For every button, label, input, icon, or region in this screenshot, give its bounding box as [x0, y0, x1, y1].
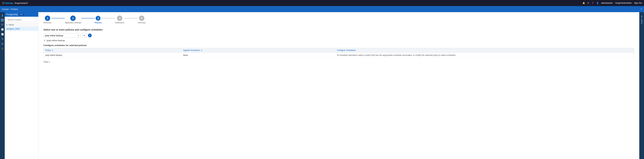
col-configure-header: Configure Schedules: [335, 48, 634, 53]
step-1: 1 Resource: [44, 16, 52, 24]
topbar-left: ⬛ NetApp SnapCenter®: [2, 2, 28, 5]
list-header: ⇅ Name: [5, 23, 38, 27]
selected-policy-row: ✔ psql online backup: [44, 39, 634, 42]
help-icon[interactable]: ❓: [592, 2, 594, 4]
cell-policy-name: psql online backup: [44, 53, 182, 58]
step-5-label: Summary: [138, 22, 146, 24]
step-4-label: Notification: [115, 22, 124, 24]
cell-applied-schedules: None: [182, 53, 335, 58]
step-4: 4 Notification: [115, 16, 124, 24]
breadcrumb: Cluster - Protect: [2, 8, 639, 11]
step-5: 5 Summary: [138, 16, 146, 24]
add-policy-button[interactable]: +: [82, 33, 86, 38]
main-layout: ❯ 🛡 📊 📈 🔧 ☰ ⚠ PostgreSQL PG ⇅ Name post: [0, 12, 644, 159]
step-connector-1-2: [52, 18, 65, 18]
schedules-sort-icon: ⇅: [201, 50, 202, 51]
policy-selector: psql online backup + i: [44, 33, 634, 38]
policy-dropdown-wrap: psql online backup: [44, 33, 80, 38]
db-label: PostgreSQL: [6, 13, 18, 16]
nav-shield-icon[interactable]: 🛡: [0, 23, 4, 27]
subbar: Cluster - Protect ×: [0, 6, 644, 12]
step-5-circle: 5: [139, 16, 144, 21]
list-column-name: Name: [8, 24, 14, 26]
step-3: 3 Policies: [95, 16, 102, 24]
details-label: Details: [641, 19, 643, 24]
topbar-right: 🔔 ✉ ❓ 👤 administrator SnapCenterAdmin Si…: [582, 2, 642, 4]
nav-chart-icon[interactable]: 📊: [0, 28, 4, 31]
search-box: [5, 17, 38, 23]
details-info-icon: ℹ: [641, 15, 642, 18]
check-icon: ✔: [44, 39, 46, 42]
step-3-circle: 3: [95, 16, 101, 21]
main-content: 1 Resource 2 Application Settings 3 Poli…: [38, 12, 639, 159]
step-2: 2 Application Settings: [65, 16, 81, 24]
netapp-logo: ⬛ NetApp: [2, 2, 13, 5]
col-schedules-header[interactable]: Applied Schedules ⇅: [182, 48, 335, 53]
signout-link[interactable]: Sign Out: [634, 2, 642, 4]
wizard-steps: 1 Resource 2 Application Settings 3 Poli…: [44, 16, 634, 24]
left-panel: PostgreSQL PG ⇅ Name postgres_5432: [5, 12, 38, 159]
step-1-circle: 1: [45, 16, 50, 21]
selected-policy-label: psql online backup: [47, 39, 65, 42]
app-name: SnapCenter®: [14, 2, 28, 5]
user-icon: 👤: [596, 2, 599, 4]
pg-tag[interactable]: PG: [20, 13, 24, 16]
left-panel-header: PostgreSQL PG: [5, 12, 38, 17]
configure-title: Configure schedules for selected policie…: [44, 44, 634, 47]
step-2-circle: 2: [70, 16, 76, 21]
policy-table: Policy ⇅ Applied Schedules ⇅ Configure S…: [44, 48, 634, 58]
username[interactable]: administrator: [601, 2, 613, 4]
mail-icon[interactable]: ✉: [588, 2, 589, 4]
table-row: psql online backup None To schedule oper…: [44, 53, 634, 58]
nav-bar-chart-icon[interactable]: 📈: [0, 32, 4, 36]
nav-tools-icon[interactable]: 🔧: [0, 37, 4, 41]
step-3-label: Policies: [95, 22, 102, 24]
search-input[interactable]: [6, 18, 37, 22]
nav-alert-icon[interactable]: ⚠: [0, 47, 4, 50]
policy-section: Select one or more policies and configur…: [44, 28, 634, 63]
topbar: ⬛ NetApp SnapCenter® 🔔 ✉ ❓ 👤 administrat…: [0, 0, 644, 6]
step-2-label: Application Settings: [65, 22, 81, 24]
policy-dropdown[interactable]: psql online backup: [44, 33, 80, 38]
step-connector-3-4: [102, 18, 115, 18]
icon-sidebar: ❯ 🛡 📊 📈 🔧 ☰ ⚠: [0, 12, 5, 159]
step-1-label: Resource: [44, 22, 52, 24]
step-connector-2-3: [81, 18, 95, 18]
list-sort-icon: ⇅: [6, 24, 8, 26]
instance-name[interactable]: SnapCenterAdmin: [615, 2, 632, 4]
policies-title: Select one or more policies and configur…: [44, 28, 634, 31]
info-button[interactable]: i: [88, 34, 92, 37]
policy-sort-icon: ⇅: [52, 50, 53, 51]
cell-configure-schedules: To schedule operations select a policy t…: [335, 53, 634, 58]
details-sidebar: ℹ Details: [639, 12, 644, 159]
col-policy-header[interactable]: Policy ⇅: [44, 48, 182, 53]
nav-chevron-icon[interactable]: ❯: [0, 14, 4, 17]
total-label: Total 1: [44, 61, 634, 63]
step-connector-4-5: [124, 18, 138, 18]
nav-grid-icon[interactable]: [0, 18, 4, 22]
list-item-postgres[interactable]: postgres_5432: [5, 27, 38, 31]
step-4-circle: 4: [117, 16, 122, 21]
close-button[interactable]: ×: [640, 8, 642, 11]
nav-list-icon[interactable]: ☰: [0, 42, 4, 46]
bell-icon[interactable]: 🔔: [582, 2, 585, 4]
